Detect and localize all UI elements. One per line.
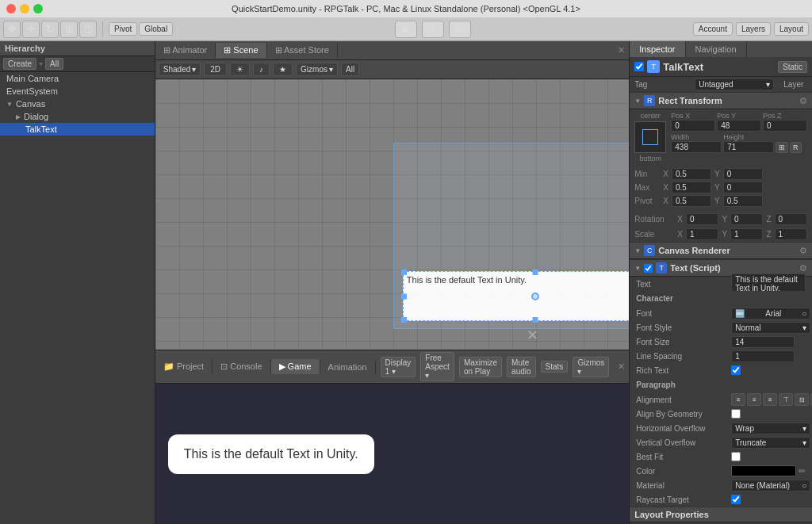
hierarchy-item-main-camera[interactable]: Main Camera — [0, 72, 155, 85]
scale-y[interactable]: 1 — [730, 228, 763, 240]
display-select[interactable]: Display 1 ▾ — [381, 357, 416, 377]
close-button[interactable] — [6, 4, 16, 13]
minimize-button[interactable] — [20, 4, 29, 13]
create-button[interactable]: Create — [3, 58, 36, 70]
best-fit-checkbox[interactable] — [731, 452, 741, 461]
shading-dropdown[interactable]: Shaded ▾ — [159, 63, 201, 76]
tag-dropdown[interactable]: Untagged ▾ — [695, 78, 774, 90]
pos-y-field[interactable]: 48 — [717, 120, 761, 132]
tab-scene[interactable]: ⊞ Scene — [216, 43, 266, 58]
game-tab-close[interactable]: ✕ — [614, 360, 629, 373]
inspector-tab[interactable]: Inspector — [630, 41, 685, 57]
stats-btn[interactable]: Stats — [541, 361, 569, 373]
scale-z[interactable]: 1 — [775, 228, 807, 240]
width-field[interactable]: 438 — [671, 141, 722, 153]
gizmos-dropdown[interactable]: Gizmos ▾ — [296, 63, 338, 76]
anchor-min-y[interactable]: 0 — [723, 168, 763, 180]
align-geometry-checkbox[interactable] — [731, 409, 741, 419]
v-overflow-dropdown[interactable]: Truncate ▾ — [731, 437, 810, 449]
raycast-checkbox[interactable] — [731, 495, 741, 504]
layout-button[interactable]: Layout — [774, 22, 809, 36]
color-picker[interactable] — [731, 465, 796, 476]
anchor-max-x[interactable]: 0.5 — [672, 182, 711, 193]
rich-text-checkbox[interactable] — [731, 365, 741, 375]
layers-button[interactable]: Layers — [736, 22, 771, 36]
font-size-field[interactable]: 14 — [731, 336, 795, 348]
pos-z-field[interactable]: 0 — [763, 120, 807, 132]
all-dropdown[interactable]: All — [341, 63, 359, 76]
scale-x[interactable]: 1 — [686, 228, 718, 240]
lighting-button[interactable]: ☀ — [230, 63, 250, 76]
pivot-y[interactable]: 0.5 — [723, 195, 763, 207]
anchor-min-x[interactable]: 0.5 — [672, 168, 711, 180]
rect-tool[interactable]: ⊡ — [79, 21, 97, 38]
anchor-max-y[interactable]: 0 — [723, 182, 763, 193]
handle-bm[interactable] — [533, 317, 538, 323]
mute-btn[interactable]: Mute audio — [507, 357, 535, 377]
pos-x-field[interactable]: 0 — [671, 120, 715, 132]
align-right[interactable]: ≡ — [763, 393, 777, 406]
line-spacing-field[interactable]: 1 — [731, 350, 795, 362]
pause-button[interactable]: ⏸ — [422, 21, 444, 38]
eyedropper-icon[interactable]: ✏ — [799, 466, 806, 476]
align-middle[interactable]: ⊟ — [795, 393, 809, 406]
maximize-button[interactable] — [33, 4, 43, 13]
anchor-widget[interactable] — [634, 121, 666, 153]
tab-close-icon[interactable]: ✕ — [614, 44, 629, 57]
rot-x[interactable]: 0 — [686, 213, 718, 225]
fx-button[interactable]: ★ — [273, 63, 293, 76]
object-active-checkbox[interactable] — [634, 62, 644, 71]
text-script-gear[interactable]: ⚙ — [799, 263, 807, 273]
rot-z[interactable]: 0 — [775, 213, 807, 225]
text-script-enabled[interactable] — [644, 264, 653, 273]
tab-asset-store[interactable]: ⊞ Asset Store — [267, 43, 338, 58]
hierarchy-item-talk-text[interactable]: TalkText — [0, 123, 155, 136]
constrain-proportions-btn[interactable]: ⊞ — [776, 142, 788, 153]
handle-ml[interactable] — [401, 293, 407, 299]
hand-tool[interactable]: ✥ — [3, 21, 21, 38]
r-btn[interactable]: R — [790, 142, 802, 153]
handle-tl[interactable] — [401, 270, 407, 275]
pivot-x[interactable]: 0.5 — [672, 195, 711, 207]
global-button[interactable]: Global — [139, 22, 173, 36]
navigation-tab[interactable]: Navigation — [686, 41, 747, 57]
align-left[interactable]: ≡ — [731, 393, 745, 406]
rect-gear-icon[interactable]: ⚙ — [799, 96, 807, 106]
canvas-renderer-header[interactable]: ▼ C Canvas Renderer ⚙ — [630, 242, 812, 259]
align-center[interactable]: ≡ — [747, 393, 761, 406]
rot-y[interactable]: 0 — [730, 213, 763, 225]
scale-tool[interactable]: ⊞ — [60, 21, 78, 38]
h-overflow-dropdown[interactable]: Wrap ▾ — [731, 423, 810, 434]
play-button[interactable]: ▶ — [395, 21, 417, 38]
scene-view[interactable]: This is the default Text in Unity. ✕ — [155, 79, 629, 350]
align-top[interactable]: ⊤ — [779, 393, 793, 406]
hierarchy-item-event-system[interactable]: EventSystem — [0, 85, 155, 98]
font-style-dropdown[interactable]: Normal ▾ — [731, 322, 810, 334]
canvas-renderer-gear[interactable]: ⚙ — [799, 246, 807, 256]
tab-animation[interactable]: Animation — [320, 360, 376, 374]
material-dropdown[interactable]: None (Material) ○ — [731, 480, 810, 491]
aspect-select[interactable]: Free Aspect ▾ — [420, 352, 454, 381]
2d-button[interactable]: 2D — [204, 63, 227, 76]
pivot-button[interactable]: Pivot — [109, 22, 137, 36]
tab-project[interactable]: 📁 Project — [155, 359, 213, 374]
font-dropdown[interactable]: 🔤 Arial ○ — [731, 308, 810, 319]
height-field[interactable]: 71 — [723, 141, 774, 153]
text-element[interactable]: This is the default Text in Unity. — [403, 271, 629, 321]
gizmos-game-btn[interactable]: Gizmos ▾ — [573, 357, 609, 377]
tab-game[interactable]: ▶ Game — [271, 359, 320, 374]
all-button[interactable]: All — [45, 58, 63, 70]
static-dropdown[interactable]: Static — [778, 61, 807, 73]
handle-bl[interactable] — [401, 317, 407, 323]
audio-button[interactable]: ♪ — [253, 63, 270, 76]
rotate-tool[interactable]: ↻ — [41, 21, 59, 38]
tab-console[interactable]: ⊡ Console — [213, 359, 270, 374]
handle-tm[interactable] — [533, 270, 538, 275]
step-button[interactable]: ⏭ — [449, 21, 471, 38]
hierarchy-item-canvas[interactable]: ▼ Canvas — [0, 98, 155, 110]
maximize-btn[interactable]: Maximize on Play — [459, 357, 502, 377]
move-tool[interactable]: ✛ — [22, 21, 40, 38]
rect-transform-header[interactable]: ▼ R Rect Transform ⚙ — [630, 92, 812, 109]
account-button[interactable]: Account — [693, 22, 733, 36]
tab-animator[interactable]: ⊞ Animator — [155, 43, 216, 58]
